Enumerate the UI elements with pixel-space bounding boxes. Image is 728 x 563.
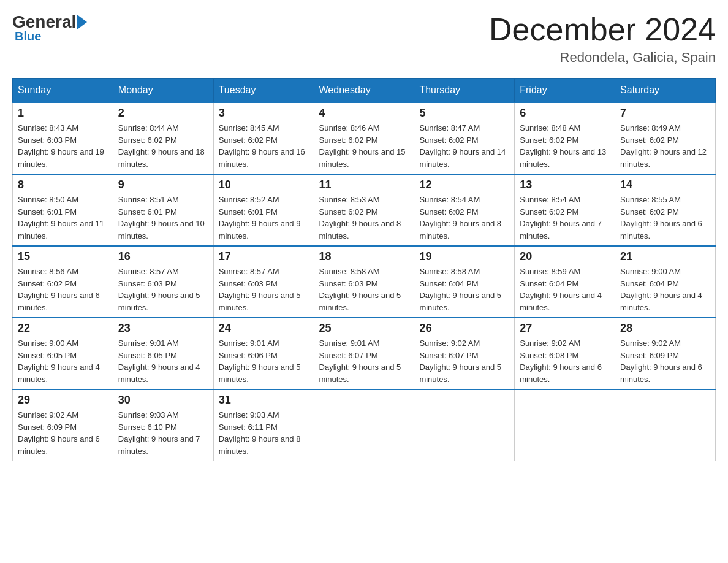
calendar-cell: 8 Sunrise: 8:50 AM Sunset: 6:01 PM Dayli… bbox=[13, 174, 113, 246]
calendar-cell: 5 Sunrise: 8:47 AM Sunset: 6:02 PM Dayli… bbox=[414, 102, 515, 174]
day-number: 26 bbox=[419, 322, 509, 335]
page-subtitle: Redondela, Galicia, Spain bbox=[489, 50, 716, 66]
calendar-cell: 30 Sunrise: 9:03 AM Sunset: 6:10 PM Dayl… bbox=[113, 389, 213, 461]
calendar-cell: 23 Sunrise: 9:01 AM Sunset: 6:05 PM Dayl… bbox=[113, 318, 213, 389]
day-number: 3 bbox=[219, 107, 309, 120]
calendar-cell: 20 Sunrise: 8:59 AM Sunset: 6:04 PM Dayl… bbox=[515, 246, 615, 318]
calendar-header-row: SundayMondayTuesdayWednesdayThursdayFrid… bbox=[13, 79, 716, 103]
calendar-cell: 2 Sunrise: 8:44 AM Sunset: 6:02 PM Dayli… bbox=[113, 102, 213, 174]
day-info: Sunrise: 9:01 AM Sunset: 6:06 PM Dayligh… bbox=[219, 337, 309, 385]
day-number: 13 bbox=[520, 178, 610, 191]
day-info: Sunrise: 8:45 AM Sunset: 6:02 PM Dayligh… bbox=[219, 122, 309, 170]
calendar-table: SundayMondayTuesdayWednesdayThursdayFrid… bbox=[12, 78, 716, 461]
calendar-header-sunday: Sunday bbox=[13, 79, 113, 103]
title-block: December 2024 Redondela, Galicia, Spain bbox=[489, 12, 716, 66]
page-title: December 2024 bbox=[489, 12, 716, 47]
day-number: 9 bbox=[118, 178, 208, 191]
day-info: Sunrise: 9:00 AM Sunset: 6:05 PM Dayligh… bbox=[18, 337, 108, 385]
day-number: 18 bbox=[319, 250, 409, 263]
day-info: Sunrise: 9:02 AM Sunset: 6:09 PM Dayligh… bbox=[18, 409, 108, 457]
calendar-cell bbox=[414, 389, 515, 461]
calendar-cell: 3 Sunrise: 8:45 AM Sunset: 6:02 PM Dayli… bbox=[213, 102, 314, 174]
day-number: 31 bbox=[219, 394, 309, 407]
calendar-cell: 12 Sunrise: 8:54 AM Sunset: 6:02 PM Dayl… bbox=[414, 174, 515, 246]
calendar-cell: 25 Sunrise: 9:01 AM Sunset: 6:07 PM Dayl… bbox=[314, 318, 414, 389]
calendar-cell: 18 Sunrise: 8:58 AM Sunset: 6:03 PM Dayl… bbox=[314, 246, 414, 318]
day-info: Sunrise: 8:54 AM Sunset: 6:02 PM Dayligh… bbox=[520, 194, 610, 242]
calendar-cell: 1 Sunrise: 8:43 AM Sunset: 6:03 PM Dayli… bbox=[13, 102, 113, 174]
day-number: 23 bbox=[118, 322, 208, 335]
calendar-header-monday: Monday bbox=[113, 79, 213, 103]
calendar-cell bbox=[515, 389, 615, 461]
calendar-cell: 4 Sunrise: 8:46 AM Sunset: 6:02 PM Dayli… bbox=[314, 102, 414, 174]
day-number: 8 bbox=[18, 178, 108, 191]
calendar-cell: 31 Sunrise: 9:03 AM Sunset: 6:11 PM Dayl… bbox=[213, 389, 314, 461]
day-info: Sunrise: 9:02 AM Sunset: 6:08 PM Dayligh… bbox=[520, 337, 610, 385]
calendar-cell: 22 Sunrise: 9:00 AM Sunset: 6:05 PM Dayl… bbox=[13, 318, 113, 389]
calendar-cell: 6 Sunrise: 8:48 AM Sunset: 6:02 PM Dayli… bbox=[515, 102, 615, 174]
day-info: Sunrise: 8:49 AM Sunset: 6:02 PM Dayligh… bbox=[620, 122, 710, 170]
calendar-cell: 27 Sunrise: 9:02 AM Sunset: 6:08 PM Dayl… bbox=[515, 318, 615, 389]
day-info: Sunrise: 9:02 AM Sunset: 6:09 PM Dayligh… bbox=[620, 337, 710, 385]
day-number: 14 bbox=[620, 178, 710, 191]
calendar-cell: 21 Sunrise: 9:00 AM Sunset: 6:04 PM Dayl… bbox=[615, 246, 716, 318]
day-number: 22 bbox=[18, 322, 108, 335]
day-number: 6 bbox=[520, 107, 610, 120]
calendar-week-row-5: 29 Sunrise: 9:02 AM Sunset: 6:09 PM Dayl… bbox=[13, 389, 716, 461]
day-info: Sunrise: 8:57 AM Sunset: 6:03 PM Dayligh… bbox=[118, 266, 208, 313]
calendar-cell: 28 Sunrise: 9:02 AM Sunset: 6:09 PM Dayl… bbox=[615, 318, 716, 389]
day-number: 17 bbox=[219, 250, 309, 263]
day-number: 25 bbox=[319, 322, 409, 335]
day-number: 2 bbox=[118, 107, 208, 120]
day-number: 29 bbox=[18, 394, 108, 407]
day-number: 24 bbox=[219, 322, 309, 335]
day-number: 21 bbox=[620, 250, 710, 263]
day-info: Sunrise: 9:03 AM Sunset: 6:11 PM Dayligh… bbox=[219, 409, 309, 457]
calendar-cell: 15 Sunrise: 8:56 AM Sunset: 6:02 PM Dayl… bbox=[13, 246, 113, 318]
day-info: Sunrise: 8:56 AM Sunset: 6:02 PM Dayligh… bbox=[18, 266, 108, 313]
day-info: Sunrise: 8:43 AM Sunset: 6:03 PM Dayligh… bbox=[18, 122, 108, 170]
calendar-cell: 26 Sunrise: 9:02 AM Sunset: 6:07 PM Dayl… bbox=[414, 318, 515, 389]
day-info: Sunrise: 9:00 AM Sunset: 6:04 PM Dayligh… bbox=[620, 266, 710, 313]
day-number: 12 bbox=[419, 178, 509, 191]
day-info: Sunrise: 8:54 AM Sunset: 6:02 PM Dayligh… bbox=[419, 194, 509, 242]
calendar-cell: 9 Sunrise: 8:51 AM Sunset: 6:01 PM Dayli… bbox=[113, 174, 213, 246]
logo: General Blue bbox=[12, 12, 88, 44]
calendar-week-row-1: 1 Sunrise: 8:43 AM Sunset: 6:03 PM Dayli… bbox=[13, 102, 716, 174]
day-info: Sunrise: 8:48 AM Sunset: 6:02 PM Dayligh… bbox=[520, 122, 610, 170]
day-number: 11 bbox=[319, 178, 409, 191]
day-info: Sunrise: 9:02 AM Sunset: 6:07 PM Dayligh… bbox=[419, 337, 509, 385]
day-info: Sunrise: 8:55 AM Sunset: 6:02 PM Dayligh… bbox=[620, 194, 710, 242]
day-info: Sunrise: 9:03 AM Sunset: 6:10 PM Dayligh… bbox=[118, 409, 208, 457]
calendar-cell: 29 Sunrise: 9:02 AM Sunset: 6:09 PM Dayl… bbox=[13, 389, 113, 461]
day-number: 28 bbox=[620, 322, 710, 335]
calendar-cell: 17 Sunrise: 8:57 AM Sunset: 6:03 PM Dayl… bbox=[213, 246, 314, 318]
calendar-cell: 7 Sunrise: 8:49 AM Sunset: 6:02 PM Dayli… bbox=[615, 102, 716, 174]
calendar-cell: 13 Sunrise: 8:54 AM Sunset: 6:02 PM Dayl… bbox=[515, 174, 615, 246]
day-info: Sunrise: 9:01 AM Sunset: 6:07 PM Dayligh… bbox=[319, 337, 409, 385]
logo-arrow-icon bbox=[77, 15, 87, 29]
calendar-cell: 11 Sunrise: 8:53 AM Sunset: 6:02 PM Dayl… bbox=[314, 174, 414, 246]
day-info: Sunrise: 8:44 AM Sunset: 6:02 PM Dayligh… bbox=[118, 122, 208, 170]
day-number: 15 bbox=[18, 250, 108, 263]
day-info: Sunrise: 8:57 AM Sunset: 6:03 PM Dayligh… bbox=[219, 266, 309, 313]
day-info: Sunrise: 9:01 AM Sunset: 6:05 PM Dayligh… bbox=[118, 337, 208, 385]
day-info: Sunrise: 8:52 AM Sunset: 6:01 PM Dayligh… bbox=[219, 194, 309, 242]
calendar-cell: 14 Sunrise: 8:55 AM Sunset: 6:02 PM Dayl… bbox=[615, 174, 716, 246]
day-number: 7 bbox=[620, 107, 710, 120]
page-header: General Blue December 2024 Redondela, Ga… bbox=[12, 12, 716, 66]
day-info: Sunrise: 8:58 AM Sunset: 6:03 PM Dayligh… bbox=[319, 266, 409, 313]
day-number: 20 bbox=[520, 250, 610, 263]
calendar-header-saturday: Saturday bbox=[615, 79, 716, 103]
day-info: Sunrise: 8:47 AM Sunset: 6:02 PM Dayligh… bbox=[419, 122, 509, 170]
day-info: Sunrise: 8:53 AM Sunset: 6:02 PM Dayligh… bbox=[319, 194, 409, 242]
calendar-cell: 24 Sunrise: 9:01 AM Sunset: 6:06 PM Dayl… bbox=[213, 318, 314, 389]
calendar-cell bbox=[314, 389, 414, 461]
day-number: 19 bbox=[419, 250, 509, 263]
calendar-header-tuesday: Tuesday bbox=[213, 79, 314, 103]
calendar-header-wednesday: Wednesday bbox=[314, 79, 414, 103]
day-info: Sunrise: 8:59 AM Sunset: 6:04 PM Dayligh… bbox=[520, 266, 610, 313]
logo-blue: Blue bbox=[15, 29, 88, 44]
day-number: 16 bbox=[118, 250, 208, 263]
calendar-week-row-4: 22 Sunrise: 9:00 AM Sunset: 6:05 PM Dayl… bbox=[13, 318, 716, 389]
